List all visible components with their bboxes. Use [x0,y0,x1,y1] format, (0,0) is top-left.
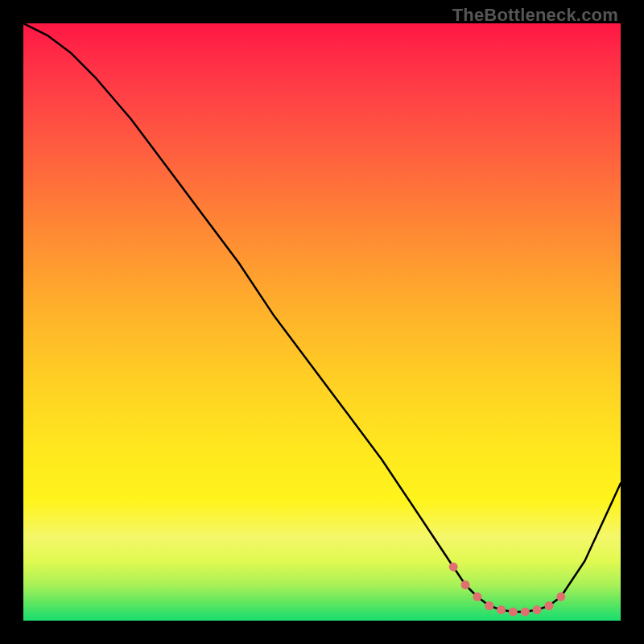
curve-dot [521,607,530,616]
curve-dots [449,563,566,617]
bottleneck-curve [23,23,621,612]
curve-dot [461,580,470,589]
curve-dot [473,592,481,601]
chart-svg [23,23,621,621]
curve-dot [509,607,518,616]
curve-dot [533,605,542,614]
chart-frame: TheBottleneck.com [0,0,644,644]
curve-dot [497,605,506,614]
curve-path [23,23,621,612]
curve-dot [485,601,493,610]
curve-dot [556,592,565,601]
plot-area [23,23,621,621]
curve-dot [545,601,554,610]
curve-dot [449,563,458,572]
